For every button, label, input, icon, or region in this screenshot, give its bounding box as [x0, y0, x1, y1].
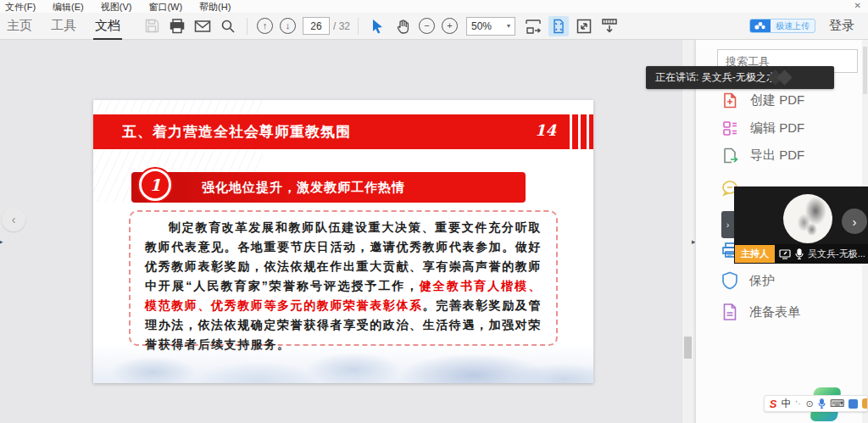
slide-page-number: 14 — [535, 121, 556, 139]
slide-body-box: 制定教育改革发展和教师队伍建设重大决策、重要文件充分听取教师代表意见。各地重要节… — [129, 210, 558, 346]
menu-bar: 文件(F) 编辑(E) 视图(V) 窗口(W) 帮助(H) ✕ — [0, 0, 868, 13]
banner-stripe — [581, 114, 587, 149]
video-overlay-bar: 主持人 吴文兵-无极... — [734, 244, 868, 264]
slide-title-banner: 五、着力营造全社会尊师重教氛围 14 — [93, 114, 570, 149]
chevron-down-icon: ▾ — [507, 22, 510, 30]
zoom-level-select[interactable]: 50% ▾ — [466, 17, 515, 36]
ime-logo[interactable]: S — [770, 398, 777, 410]
slide-body-text: 制定教育改革发展和教师队伍建设重大决策、重要文件充分听取教师代表意见。各地重要节… — [145, 218, 542, 354]
microphone-icon — [795, 248, 804, 259]
document-scrollbar[interactable] — [682, 40, 693, 423]
upload-badge-label: 极速上传 — [771, 20, 815, 32]
pdf-slide-page: 五、着力营造全社会尊师重教氛围 14 1 强化地位提升，激发教师工作热情 制定教… — [93, 100, 593, 383]
tool-label: 创建 PDF — [750, 92, 804, 109]
tool-protect[interactable]: 保护 — [721, 271, 775, 290]
tab-tools[interactable]: 工具 — [51, 18, 76, 34]
fit-page-icon[interactable] — [548, 16, 569, 36]
speaking-toast: 正在讲话: 吴文兵-无极之水; — [646, 66, 834, 89]
menu-file[interactable]: 文件(F) — [5, 1, 36, 14]
scrollbar-thumb[interactable] — [684, 337, 692, 359]
video-call-overlay[interactable]: › › 主持人 吴文兵-无极... — [734, 186, 868, 264]
hand-tool-icon[interactable] — [392, 16, 413, 36]
participant-avatar — [783, 194, 832, 243]
banner-stripe — [589, 114, 593, 149]
tray-clipped-icon — [862, 398, 867, 409]
netdisk-icon — [750, 19, 771, 33]
toolbar-separator — [247, 18, 248, 35]
save-icon[interactable] — [142, 16, 162, 36]
shield-icon — [721, 271, 738, 290]
ime-mic-icon[interactable] — [818, 398, 826, 409]
tool-label: 编辑 PDF — [750, 120, 804, 136]
screen-share-icon — [779, 249, 791, 259]
select-tool-icon[interactable] — [367, 16, 387, 36]
menu-window[interactable]: 窗口(W) — [148, 1, 182, 14]
ime-keyboard-icon[interactable]: ⌨ — [830, 398, 844, 409]
export-pdf-icon — [721, 147, 739, 164]
left-panel-handle-icon[interactable]: ▸ — [0, 238, 3, 246]
main-area: 五、着力营造全社会尊师重教氛围 14 1 强化地位提升，激发教师工作热情 制定教… — [0, 40, 868, 423]
form-icon — [721, 303, 738, 321]
ime-toolbox-icon[interactable] — [849, 399, 858, 409]
tool-prepare-form[interactable]: 准备表单 — [721, 303, 800, 321]
search-icon[interactable] — [218, 16, 238, 36]
toolbar-separator — [358, 18, 359, 35]
create-pdf-icon — [721, 92, 739, 109]
fit-width-icon[interactable] — [523, 16, 543, 36]
tool-label: 保护 — [749, 273, 775, 289]
slide-point-banner: 1 强化地位提升，激发教师工作热情 — [131, 172, 526, 203]
mail-icon[interactable] — [192, 16, 213, 36]
zoom-in-icon[interactable]: + — [442, 18, 458, 34]
zoom-level-value: 50% — [471, 20, 492, 32]
reflow-icon[interactable] — [599, 16, 620, 36]
host-badge: 主持人 — [735, 245, 775, 263]
menu-help[interactable]: 帮助(H) — [199, 1, 231, 14]
tool-export-pdf[interactable]: 导出 PDF — [721, 147, 804, 164]
next-page-icon[interactable]: ↓ — [280, 18, 296, 34]
ime-toolbar[interactable]: S 中 ’· ⊙ ⌨ — [764, 395, 868, 412]
scrollbar-thumb[interactable] — [863, 47, 867, 94]
tab-home[interactable]: 主页 — [7, 18, 32, 34]
ime-punctuation-toggle[interactable]: ’· — [795, 399, 801, 408]
point-number-badge: 1 — [139, 169, 171, 201]
document-pane[interactable]: 五、着力营造全社会尊师重教氛围 14 1 强化地位提升，激发教师工作热情 制定教… — [0, 40, 695, 423]
tool-label: 导出 PDF — [750, 147, 804, 164]
tab-document[interactable]: 文档 — [95, 18, 120, 34]
login-button[interactable]: 登录 — [829, 18, 854, 34]
tool-create-pdf[interactable]: 创建 PDF — [721, 92, 804, 109]
meeting-app-logo — [765, 70, 800, 86]
zoom-out-icon[interactable]: − — [419, 18, 435, 34]
prev-page-icon[interactable]: ↑ — [257, 18, 273, 34]
tool-edit-pdf[interactable]: 编辑 PDF — [721, 120, 804, 137]
ime-mode-toggle[interactable]: 中 — [781, 397, 791, 411]
page-total-label: / 32 — [333, 20, 350, 32]
prev-participant-button[interactable]: ‹ — [2, 208, 25, 231]
slide-mountain-decoration — [93, 344, 593, 383]
tool-label: 准备表单 — [749, 304, 800, 320]
close-icon[interactable]: ✕ — [854, 1, 861, 10]
page-number-input[interactable] — [303, 17, 330, 35]
ime-emoji-button[interactable]: ⊙ — [805, 398, 813, 409]
next-participant-button[interactable]: › — [842, 209, 867, 234]
speaker-name: 吴文兵-无极... — [808, 248, 865, 260]
menu-view[interactable]: 视图(V) — [101, 1, 132, 14]
slide-title: 五、着力营造全社会尊师重教氛围 — [93, 122, 351, 142]
point-title: 强化地位提升，激发教师工作热情 — [131, 180, 405, 196]
speaking-toast-text: 正在讲话: 吴文兵-无极之水; — [655, 70, 779, 85]
fullscreen-icon[interactable] — [574, 16, 594, 36]
overlay-collapse-handle[interactable]: › — [721, 211, 734, 238]
menu-edit[interactable]: 编辑(E) — [53, 1, 84, 14]
edit-pdf-icon — [721, 120, 739, 137]
print-icon[interactable] — [167, 16, 187, 36]
toolbar: 主页 工具 文档 ↑ ↓ / 32 − + 50% ▾ — [0, 13, 868, 40]
cloud-upload-badge[interactable]: 极速上传 — [749, 19, 815, 33]
banner-stripe — [572, 114, 578, 149]
